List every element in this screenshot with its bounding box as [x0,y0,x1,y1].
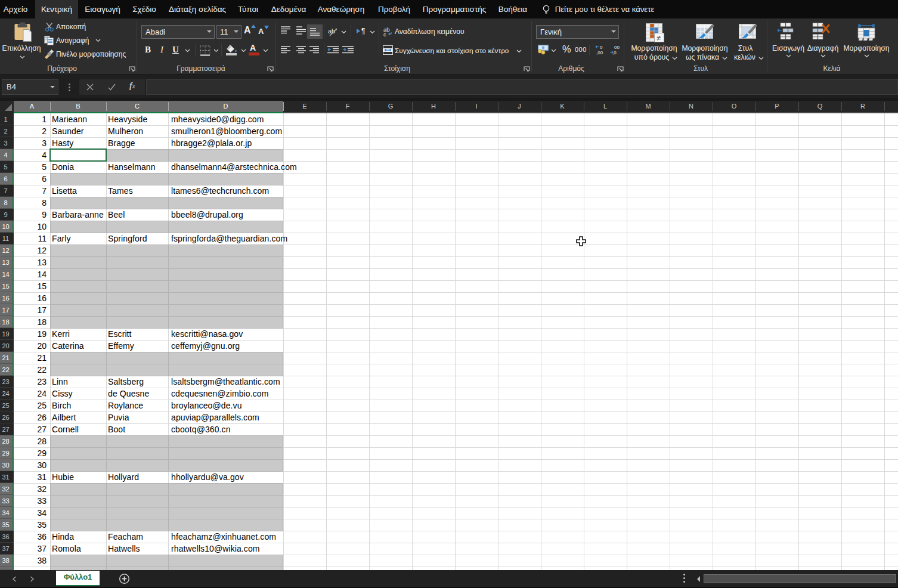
svg-text:,00: ,00 [596,50,603,55]
svg-text:≠: ≠ [657,33,661,42]
svg-text:00: 00 [614,45,620,50]
svg-text:c: c [383,31,386,37]
svg-text:0: 0 [600,45,603,50]
